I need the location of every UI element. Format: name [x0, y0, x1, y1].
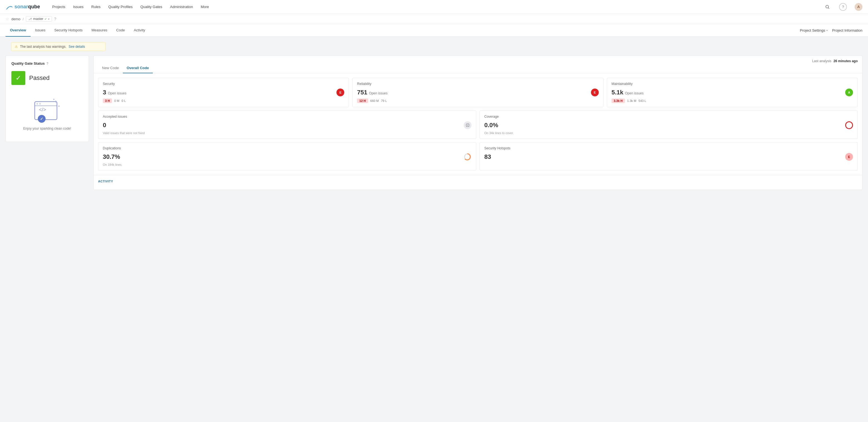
reliability-badge: E [591, 89, 599, 96]
security-body: 3 Open issues E [103, 89, 344, 96]
coverage-circle-icon [845, 121, 853, 129]
sub-nav-tabs: Overview Issues Security Hotspots Measur… [5, 24, 800, 36]
sub-nav-actions: Project Settings ▾ Project Information [800, 28, 863, 32]
breadcrumb-separator: / [23, 17, 24, 21]
warning-icon: ⚠ [15, 45, 18, 48]
tab-security-hotspots[interactable]: Security Hotspots [50, 24, 87, 37]
nav-quality-gates[interactable]: Quality Gates [140, 4, 162, 10]
last-analysis-label: Last analysis 26 minutes ago [812, 59, 858, 63]
security-low: 0 L [121, 99, 126, 102]
reliability-high: 12 H [357, 99, 368, 103]
nav-administration[interactable]: Administration [170, 4, 193, 10]
security-metric-card: Security 3 Open issues E 3 H 0 M 0 L [98, 78, 349, 107]
sonarqube-logo-icon [5, 3, 13, 11]
security-hotspots-card: Security Hotspots 83 E [479, 142, 858, 170]
tab-code[interactable]: Code [112, 24, 129, 37]
sub-navigation: Overview Issues Security Hotspots Measur… [0, 24, 868, 37]
security-count-row: 3 Open issues [103, 89, 126, 96]
maintainability-count: 5.1k [612, 89, 623, 96]
nav-more[interactable]: More [200, 4, 209, 10]
coverage-sublabel: On 34k lines to cover. [484, 131, 853, 135]
nav-rules[interactable]: Rules [91, 4, 100, 10]
last-analysis-header: Last analysis 26 minutes ago [94, 56, 862, 63]
quality-gate-illustration: </> ✦ ✦ ✦ ✓ Enjoy your sparkling clean c… [11, 91, 83, 136]
metrics-row-2: Accepted issues 0 Valid issues that were… [98, 110, 858, 139]
logo[interactable]: sonarqube [5, 3, 40, 11]
tab-issues[interactable]: Issues [31, 24, 50, 37]
branch-status-icon: ✓ [44, 17, 47, 21]
metrics-row-3: Duplications 30.7% On 184k lines. Securi… [98, 142, 858, 170]
breadcrumb: ☆ demo / ⎇ master ✓ ▾ ? [0, 14, 868, 24]
quality-gate-title-text: Quality Gate Status [11, 61, 45, 66]
security-hotspots-title: Security Hotspots [484, 146, 853, 150]
favorite-icon[interactable]: ☆ [5, 17, 9, 21]
maintainability-badge: A [845, 89, 853, 96]
duplications-count: 30.7% [103, 153, 120, 160]
branch-help-icon[interactable]: ? [54, 17, 56, 21]
svg-text:✓: ✓ [40, 117, 43, 121]
accepted-issues-icon [464, 121, 471, 129]
coverage-card: Coverage 0.0% On 34k lines to cover. [479, 110, 858, 139]
branch-icon: ⎇ [28, 17, 32, 21]
tab-overall-code[interactable]: Overall Code [123, 63, 153, 73]
maintainability-low: 543 L [639, 99, 646, 102]
project-settings-chevron-icon: ▾ [826, 29, 828, 32]
reliability-low: 79 L [381, 99, 387, 102]
main-content: Quality Gate Status ? ✓ Passed </> ✦ ✦ ✦ [0, 51, 868, 194]
coverage-title: Coverage [484, 115, 853, 119]
warning-banner: ⚠ The last analysis has warnings. See de… [11, 42, 105, 51]
tab-activity[interactable]: Activity [129, 24, 150, 37]
reliability-count-row: 751 Open issues [357, 89, 387, 96]
coverage-count: 0.0% [484, 122, 498, 129]
quality-gate-check-icon: ✓ [11, 71, 25, 85]
security-badge: E [337, 89, 344, 96]
security-severity-row: 3 H 0 M 0 L [103, 99, 344, 103]
warning-see-details-link[interactable]: See details [69, 45, 85, 48]
duplications-sublabel: On 184k lines. [103, 163, 471, 166]
security-title: Security [103, 82, 344, 86]
accepted-issues-body: 0 [103, 121, 471, 129]
duplications-title: Duplications [103, 146, 471, 150]
help-icon[interactable]: ? [839, 3, 847, 11]
nav-projects[interactable]: Projects [52, 4, 65, 10]
svg-text:✦: ✦ [53, 98, 55, 101]
activity-title: ACTIVITY [98, 180, 858, 183]
last-analysis-time: 26 minutes ago [834, 59, 858, 63]
maintainability-body: 5.1k Open issues A [612, 89, 853, 96]
activity-section: ACTIVITY [94, 175, 862, 190]
svg-text:</>: </> [39, 107, 46, 112]
project-name[interactable]: demo [11, 17, 21, 21]
quality-gate-tagline: Enjoy your sparkling clean code! [23, 127, 71, 130]
tab-measures[interactable]: Measures [87, 24, 112, 37]
nav-quality-profiles[interactable]: Quality Profiles [108, 4, 132, 10]
svg-point-5 [39, 103, 41, 105]
warning-text: The last analysis has warnings. [20, 45, 66, 48]
maintainability-title: Maintainability [612, 82, 853, 86]
svg-line-1 [828, 7, 829, 9]
user-avatar[interactable]: A [855, 3, 863, 11]
quality-gate-help-icon[interactable]: ? [46, 62, 48, 66]
reliability-metric-card: Reliability 751 Open issues E 12 H 660 M… [352, 78, 603, 107]
metrics-panel: Last analysis 26 minutes ago New Code Ov… [93, 56, 863, 190]
project-information-button[interactable]: Project Information [832, 28, 863, 32]
duplications-card: Duplications 30.7% On 184k lines. [98, 142, 476, 170]
logo-text: sonarqube [14, 4, 40, 10]
tab-new-code[interactable]: New Code [98, 63, 123, 73]
security-count: 3 [103, 89, 106, 96]
duplications-body: 30.7% [103, 153, 471, 161]
accepted-issues-card: Accepted issues 0 Valid issues that were… [98, 110, 476, 139]
metrics-row-1: Security 3 Open issues E 3 H 0 M 0 L [98, 78, 858, 107]
project-settings-button[interactable]: Project Settings ▾ [800, 28, 828, 32]
svg-point-4 [36, 103, 38, 105]
security-medium: 0 M [114, 99, 119, 102]
accepted-issues-count: 0 [103, 122, 106, 129]
tab-overview[interactable]: Overview [5, 24, 31, 37]
svg-text:✦: ✦ [58, 105, 60, 108]
nav-issues[interactable]: Issues [73, 4, 84, 10]
security-label: Open issues [108, 91, 126, 95]
quality-gate-panel: Quality Gate Status ? ✓ Passed </> ✦ ✦ ✦ [5, 56, 89, 142]
branch-dropdown-icon: ▾ [48, 18, 50, 21]
project-settings-label: Project Settings [800, 28, 825, 32]
search-icon[interactable] [824, 3, 831, 11]
branch-selector[interactable]: ⎇ master ✓ ▾ [26, 16, 52, 22]
